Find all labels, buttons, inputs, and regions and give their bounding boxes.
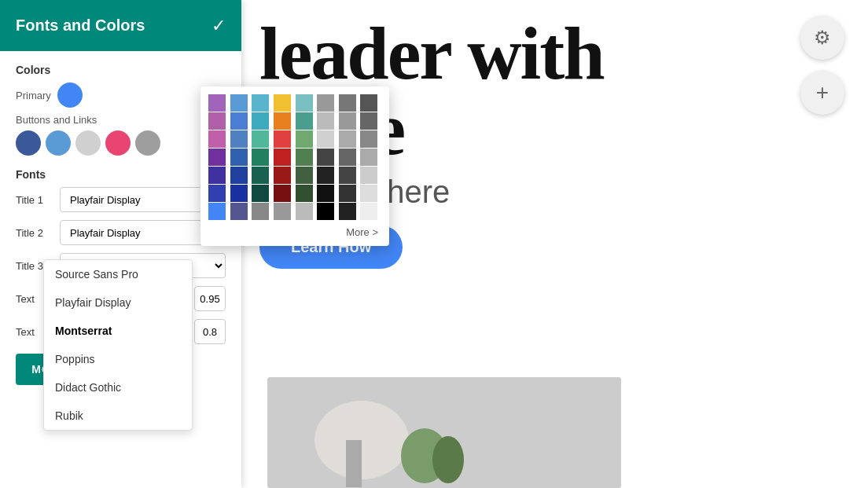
font-row-title2: Title 2 Playfair Display [16,220,226,245]
color-cell-54[interactable] [339,203,356,220]
gear-button[interactable]: ⚙ [800,16,844,60]
color-cell-40[interactable] [208,185,226,202]
font-dropdown-item-0[interactable]: Source Sans Pro [44,260,192,288]
buttons-links-label: Buttons and Links [16,114,226,126]
hero-title-line1: leader with [259,16,844,91]
color-cell-37[interactable] [317,167,334,184]
hero-image [267,377,621,488]
color-cell-4[interactable] [296,94,313,112]
primary-label: Primary [16,90,51,101]
color-cell-20[interactable] [296,130,313,148]
sidebar-title: Fonts and Colors [16,17,145,35]
check-button[interactable]: ✓ [211,16,226,36]
color-cell-48[interactable] [208,203,226,220]
swatch-medium-blue[interactable] [46,130,71,156]
color-cell-3[interactable] [274,94,291,112]
color-cell-17[interactable] [230,130,248,148]
font-dropdown-item-2[interactable]: Montserrat [44,317,192,345]
color-cell-9[interactable] [230,112,248,130]
color-cell-14[interactable] [339,112,356,130]
color-cell-5[interactable] [317,94,334,112]
color-cell-28[interactable] [296,149,313,166]
primary-color-swatch[interactable] [57,83,83,108]
swatch-pink[interactable] [105,130,131,156]
color-cell-32[interactable] [208,167,226,184]
color-cell-10[interactable] [252,112,269,130]
color-cell-38[interactable] [339,167,356,184]
font-dropdown-item-3[interactable]: Poppins [44,345,192,373]
color-cell-33[interactable] [230,167,248,184]
font-dropdown-item-1[interactable]: Playfair Display [44,288,192,317]
color-cell-25[interactable] [230,149,248,166]
color-cell-8[interactable] [208,112,226,130]
color-cell-6[interactable] [339,94,356,112]
font-dropdown-item-5[interactable]: Rubik [44,402,192,430]
plus-button[interactable]: + [800,71,844,115]
color-cell-23[interactable] [360,130,377,148]
color-cell-19[interactable] [274,130,291,148]
svg-point-4 [432,436,464,483]
color-cell-35[interactable] [274,167,291,184]
color-cell-49[interactable] [230,203,248,220]
color-cell-1[interactable] [230,94,248,112]
swatches-row [16,130,226,156]
text2-size-input[interactable] [194,319,226,344]
color-cell-29[interactable] [317,149,334,166]
color-grid [208,94,381,220]
swatch-gray[interactable] [135,130,160,156]
color-cell-34[interactable] [252,167,269,184]
color-cell-2[interactable] [252,94,269,112]
font-dropdown: Source Sans ProPlayfair DisplayMontserra… [43,259,193,431]
font-dropdown-item-4[interactable]: Didact Gothic [44,373,192,402]
color-cell-16[interactable] [208,130,226,148]
fonts-section-label: Fonts [16,168,226,181]
color-cell-55[interactable] [360,203,377,220]
color-cell-12[interactable] [296,112,313,130]
color-cell-50[interactable] [252,203,269,220]
color-cell-24[interactable] [208,149,226,166]
colors-section-label: Colors [16,64,226,76]
color-cell-46[interactable] [339,185,356,202]
gear-icon: ⚙ [814,27,831,49]
color-cell-15[interactable] [360,112,377,130]
sidebar-header: Fonts and Colors ✓ [0,0,241,51]
more-colors-link[interactable]: More > [208,226,381,238]
swatch-dark-blue[interactable] [16,130,41,156]
color-cell-44[interactable] [296,185,313,202]
color-cell-45[interactable] [317,185,334,202]
color-cell-30[interactable] [339,149,356,166]
plus-icon: + [816,80,829,105]
color-cell-7[interactable] [360,94,377,112]
color-cell-26[interactable] [252,149,269,166]
color-picker-popup: More > [200,86,389,246]
color-cell-27[interactable] [274,149,291,166]
text1-size-input[interactable] [194,286,226,311]
color-cell-47[interactable] [360,185,377,202]
color-cell-22[interactable] [339,130,356,148]
color-cell-31[interactable] [360,149,377,166]
title2-label: Title 2 [16,227,53,239]
color-cell-0[interactable] [208,94,226,112]
color-cell-18[interactable] [252,130,269,148]
color-cell-42[interactable] [252,185,269,202]
color-cell-41[interactable] [230,185,248,202]
svg-rect-2 [346,440,362,487]
color-cell-51[interactable] [274,203,291,220]
title1-label: Title 1 [16,194,53,206]
font-row-title1: Title 1 Playfair Display [16,187,226,212]
swatch-light-gray[interactable] [75,130,101,156]
color-cell-52[interactable] [296,203,313,220]
color-cell-53[interactable] [317,203,334,220]
color-cell-11[interactable] [274,112,291,130]
primary-row: Primary [16,83,226,108]
color-cell-13[interactable] [317,112,334,130]
color-cell-36[interactable] [296,167,313,184]
color-cell-39[interactable] [360,167,377,184]
color-cell-21[interactable] [317,130,334,148]
color-cell-43[interactable] [274,185,291,202]
